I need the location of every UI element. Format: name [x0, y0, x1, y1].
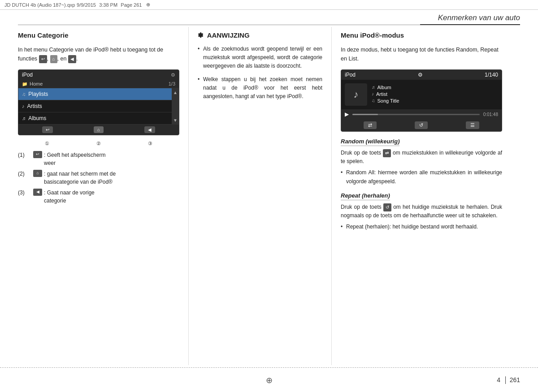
header-page-label: Page 261 — [121, 2, 142, 8]
ipod-right-header: iPod ⚙ 1/140 — [341, 70, 502, 80]
repeat-title: Repeat (herhalen) — [341, 192, 390, 200]
music-note-icon: ♪ — [345, 83, 367, 106]
prev-icon: ◀ — [68, 55, 76, 63]
main-content: Menu Categorie In het menu Categorie van… — [18, 27, 520, 365]
ipod-scroll-bar: ▲ ▼ — [172, 88, 179, 125]
page-num-value: 261 — [510, 376, 520, 383]
ipod-menu-body: ♫ Playlists ♪ Artists ♬ Albums ▲ ▼ — [18, 88, 179, 125]
artists-label: Artists — [27, 103, 42, 109]
random-ctrl-icon: ⇄ — [383, 149, 391, 157]
ipod-progress-bar: ▶ 0:01:48 — [341, 109, 502, 119]
intro-and: en — [61, 56, 68, 62]
num-label-1: ① — [45, 141, 49, 146]
ipod-modus-intro: In deze modus, hebt u toegang tot de fun… — [341, 45, 502, 63]
legend-num-2: (2) — [18, 170, 31, 178]
left-column: Menu Categorie In het menu Categorie van… — [18, 27, 188, 365]
albums-icon: ♬ — [22, 116, 26, 121]
bullet-item-1: Als de zoekmodus wordt geopend terwijl e… — [198, 45, 322, 71]
track-info: ♬ Album ♪ Artist ♫ Song Title — [372, 85, 399, 105]
random-text-1: Druk op de toets — [341, 150, 381, 156]
random-bullet-1: Random All: hiermee worden alle muziekst… — [341, 168, 502, 185]
ipod-title-left: iPod — [22, 72, 33, 78]
random-section: Random (willekeurig) Druk op de toets ⇄ … — [341, 138, 502, 186]
ipod-right-settings-icon: ⚙ — [418, 72, 423, 78]
playlists-label: Playlists — [28, 91, 48, 97]
right-column: Menu iPod®-modus In deze modus, hebt u t… — [332, 27, 502, 365]
playlists-icon: ♫ — [22, 91, 26, 97]
scroll-up-arrow[interactable]: ▲ — [173, 90, 178, 95]
legend: (1) ↩ : Geeft het afspeelschermweer (2) … — [18, 151, 179, 205]
legend-icon-back: ↩ — [33, 151, 42, 158]
song-icon: ♫ — [372, 98, 375, 103]
list-btn[interactable]: ☰ — [466, 121, 479, 129]
legend-text-3: : Gaat naar de vorigecategorie — [44, 189, 95, 205]
home-folder-icon: 📁 — [22, 82, 27, 86]
repeat-section: Repeat (herhalen) Druk op de toets ↺ om … — [341, 192, 502, 232]
ipod-menu-items: ♫ Playlists ♪ Artists ♬ Albums — [18, 88, 172, 125]
back-icon: ↩ — [39, 55, 47, 63]
legend-icon-home: ⌂ — [33, 170, 42, 177]
artists-icon: ♪ — [22, 103, 25, 109]
header-time: 3:38 PM — [99, 2, 117, 8]
footer-crosshair-icon: ⊕ — [266, 375, 273, 385]
legend-item-2: (2) ⌂ : gaat naar het scherm met debasis… — [18, 170, 179, 186]
legend-text-2: : gaat naar het scherm met debasiscatego… — [44, 170, 116, 186]
legend-text-1: : Geeft het afspeelschermweer — [44, 151, 105, 167]
random-title: Random (willekeurig) — [341, 138, 399, 146]
track-artist-label: Artist — [376, 91, 387, 97]
aanwijzing-label: AANWIJZING — [207, 31, 250, 39]
progress-track — [352, 114, 480, 115]
legend-item-3: (3) ◀ : Gaat naar de vorigecategorie — [18, 189, 179, 205]
track-album-row: ♬ Album — [372, 85, 399, 90]
num-label-2: ② — [96, 141, 101, 146]
page-number: 4 │ 261 — [497, 376, 520, 383]
ipod-right-title: iPod — [345, 72, 356, 78]
footer: ⊕ 4 │ 261 — [0, 367, 538, 392]
ipod-count-left: 1/3 — [169, 81, 175, 86]
time-display: 0:01:48 — [483, 112, 498, 117]
repeat-bullets: Repeat (herhalen): het huidige bestand w… — [341, 223, 502, 231]
ipod-right-body: ♪ ♬ Album ♪ Artist ♫ Song Title — [341, 80, 502, 109]
ipod-right-count: 1/140 — [485, 72, 498, 78]
header-date: 9/9/2015 — [77, 2, 96, 8]
header-crosshair-icon: ⊕ — [146, 2, 150, 8]
repeat-bullet-1: Repeat (herhalen): het huidige bestand w… — [341, 223, 502, 231]
album-icon: ♬ — [372, 85, 375, 90]
header-bar: JD DUTCH 4b (Audio 187~).qxp 9/9/2015 3:… — [0, 0, 538, 10]
track-song-row: ♫ Song Title — [372, 98, 399, 103]
repeat-text-1: Druk op de toets — [341, 204, 382, 210]
bullet-item-2: Welke stappen u bij het zoeken moet neme… — [198, 75, 322, 101]
header-filename: JD DUTCH 4b (Audio 187~).qxp — [4, 2, 75, 8]
artist-icon: ♪ — [372, 91, 374, 96]
menu-item-albums[interactable]: ♬ Albums — [18, 112, 172, 125]
track-album-label: Album — [377, 85, 391, 90]
repeat-btn[interactable]: ↺ — [415, 121, 428, 129]
shuffle-btn[interactable]: ⇄ — [364, 121, 377, 129]
legend-num-3: (3) — [18, 189, 31, 197]
albums-label: Albums — [28, 115, 46, 121]
ipod-home-row: 📁 Home 1/3 — [18, 80, 179, 88]
num-label-3: ③ — [148, 141, 152, 146]
menu-item-playlists[interactable]: ♫ Playlists — [18, 88, 172, 100]
scroll-down-arrow[interactable]: ▼ — [173, 118, 178, 123]
random-text: Druk op de toets ⇄ om muziekstukken in w… — [341, 149, 502, 166]
menu-categorie-title: Menu Categorie — [18, 31, 179, 39]
menu-item-artists[interactable]: ♪ Artists — [18, 100, 172, 112]
page-separator: │ — [504, 376, 508, 383]
ipod-prev-btn[interactable]: ◀ — [144, 126, 155, 133]
ipod-header-left: iPod ⚙ — [18, 70, 179, 80]
repeat-text: Druk op de toets ↺ om het huidige muziek… — [341, 203, 502, 220]
repeat-ctrl-icon: ↺ — [383, 203, 391, 211]
ipod-screen-left: iPod ⚙ 📁 Home 1/3 ♫ Playlists ♪ Artists — [18, 69, 179, 135]
chapter-num: 4 — [497, 376, 500, 383]
ipod-controls-row: ⇄ ↺ ☰ — [341, 119, 502, 131]
ipod-back-btn[interactable]: ↩ — [42, 126, 53, 133]
legend-item-1: (1) ↩ : Geeft het afspeelschermweer — [18, 151, 179, 167]
track-song-label: Song Title — [377, 98, 399, 103]
aanwijzing-title: ✽ AANWIJZING — [198, 31, 322, 39]
progress-fill — [352, 114, 378, 115]
ipod-home-btn[interactable]: ⌂ — [94, 126, 104, 133]
ipod-home-label: Home — [30, 81, 43, 86]
aanwijzing-bullets: Als de zoekmodus wordt geopend terwijl e… — [198, 45, 322, 101]
home-icon: ⌂ — [50, 55, 57, 63]
